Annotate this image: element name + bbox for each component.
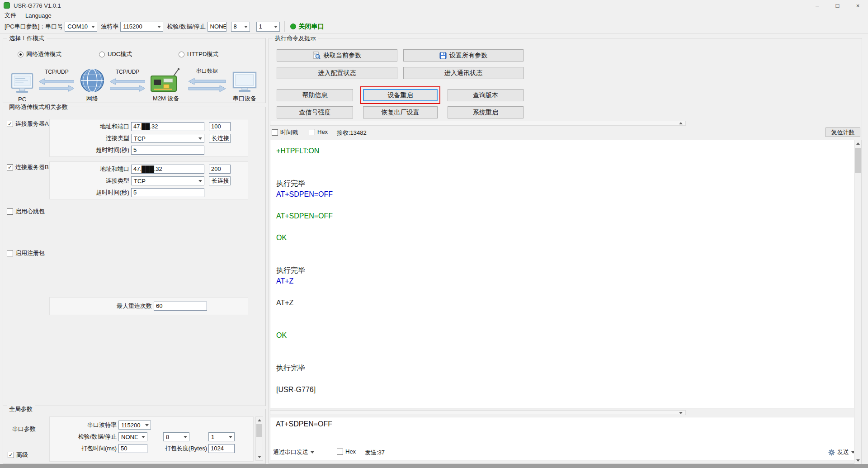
checkbox-label: Hex — [317, 128, 328, 135]
send-hex-checkbox[interactable]: Hex — [337, 448, 356, 455]
serial-data-bits-select[interactable]: 8 — [163, 432, 189, 441]
log-line: OK — [276, 232, 855, 243]
sent-count: 发送:37 — [365, 449, 385, 457]
log-area[interactable]: +HTPFLT:ON 执行完毕AT+SDPEN=OFF AT+SDPEN=OFF… — [270, 140, 856, 408]
server-a-conn-type-select[interactable]: TCP — [131, 134, 204, 143]
diagram-node-pc: PC — [10, 73, 34, 103]
baud-select[interactable]: 115200 — [120, 22, 163, 32]
server-b-port-input[interactable]: 200 — [209, 165, 231, 174]
send-input[interactable]: AT+SDPEN=OFF — [270, 417, 856, 460]
radio-udc-mode[interactable]: UDC模式 — [99, 50, 132, 58]
server-b-checkbox[interactable]: 连接服务器B — [7, 163, 49, 171]
device-restart-button[interactable]: 设备重启 — [363, 89, 438, 101]
checkbox-label: Hex — [345, 448, 356, 455]
scroll-down-icon[interactable] — [256, 454, 263, 460]
button-label: 查信号强度 — [299, 109, 331, 117]
serial-parity-select[interactable]: NONE — [118, 432, 147, 441]
query-version-button[interactable]: 查询版本 — [448, 89, 524, 101]
collapse-up-icon[interactable] — [679, 122, 683, 124]
scroll-up-icon[interactable] — [256, 417, 263, 424]
server-b-conn-type-select[interactable]: TCP — [131, 176, 204, 185]
log-line — [276, 200, 855, 211]
minimize-button[interactable]: – — [807, 0, 827, 11]
log-hscrollbar-top[interactable] — [270, 121, 686, 126]
help-info-button[interactable]: 帮助信息 — [277, 89, 353, 101]
close-serial-button[interactable]: 关闭串口 — [299, 23, 324, 31]
register-pack-checkbox[interactable]: 启用注册包 — [7, 249, 45, 257]
log-line: [USR-G776] — [276, 384, 855, 395]
radio-httpd-mode[interactable]: HTTPD模式 — [179, 50, 218, 58]
send-button[interactable]: 发送 — [828, 447, 855, 457]
set-params-button[interactable]: 设置所有参数 — [403, 49, 524, 61]
diagram-link-3: 串口数据 — [187, 67, 227, 103]
server-b-conn-mode-select[interactable]: 长连接 — [209, 176, 231, 185]
pack-time-input[interactable]: 50 — [118, 444, 147, 453]
checkbox-box-icon — [272, 129, 278, 136]
button-label: 获取当前参数 — [323, 52, 361, 60]
scrollbar-thumb[interactable] — [256, 424, 262, 437]
serial-params-label: 串口参数 — [12, 425, 41, 434]
enter-config-button[interactable]: 进入配置状态 — [277, 67, 397, 79]
menu-language[interactable]: Language — [25, 12, 52, 19]
maximize-button[interactable]: □ — [827, 0, 848, 11]
factory-reset-button[interactable]: 恢复出厂设置 — [363, 106, 438, 118]
serial-baud-select[interactable]: 115200 — [118, 421, 151, 430]
globe-icon — [80, 68, 105, 93]
parity-select[interactable]: NONE — [208, 22, 226, 32]
stop-bits-select[interactable]: 1 — [256, 22, 280, 32]
server-b-timeout-input[interactable]: 5 — [131, 188, 204, 197]
serial-stop-bits-select[interactable]: 1 — [208, 432, 235, 441]
max-reconnect-input[interactable]: 60 — [154, 302, 207, 311]
pack-len-input[interactable]: 1024 — [208, 444, 235, 453]
chevron-down-icon — [157, 26, 161, 28]
diagram-node-network: 网络 — [80, 68, 105, 103]
com-port-select[interactable]: COM10 — [65, 22, 97, 32]
bidirectional-arrow-icon — [187, 78, 227, 92]
log-line: OK — [276, 330, 855, 341]
get-params-button[interactable]: 获取当前参数 — [277, 49, 397, 61]
chevron-down-icon — [198, 137, 202, 140]
server-a-conn-mode-select[interactable]: 长连接 — [209, 134, 231, 143]
server-b-panel: 地址和端口 47.███.32 200 连接类型 TCP 长连接 超时时间(秒)… — [49, 161, 248, 199]
heartbeat-checkbox[interactable]: 启用心跳包 — [7, 208, 45, 216]
chevron-down-icon — [145, 424, 149, 426]
log-line: 执行完毕 — [276, 178, 855, 189]
server-a-address-input[interactable]: 47.██.32 — [131, 122, 204, 131]
system-restart-button[interactable]: 系统重启 — [448, 106, 524, 118]
server-b-address-input[interactable]: 47.███.32 — [131, 165, 204, 174]
send-via-serial-dropdown[interactable]: 通过串口发送 — [273, 447, 314, 457]
advanced-checkbox[interactable]: 高级 — [8, 451, 28, 459]
close-button[interactable]: × — [848, 0, 868, 11]
timeout-label: 超时时间(秒) — [52, 146, 129, 155]
server-a-timeout-input[interactable]: 5 — [131, 146, 204, 155]
chevron-down-icon — [225, 180, 228, 182]
reset-count-button[interactable]: 复位计数 — [826, 128, 860, 137]
data-bits-select[interactable]: 8 — [231, 22, 250, 32]
serial-stop-bits-value: 1 — [211, 434, 214, 440]
log-hex-checkbox[interactable]: Hex — [309, 128, 328, 135]
diagram-link-1: TCP/UDP — [39, 69, 74, 103]
diagram-node-label: PC — [18, 96, 26, 103]
checkbox-box-icon — [8, 452, 14, 458]
addr-port-label: 地址和端口 — [52, 165, 129, 174]
global-params-scrollbar[interactable] — [255, 416, 263, 461]
parity-label: 检验/数据/停止 — [167, 23, 205, 31]
button-label: 复位计数 — [831, 128, 855, 137]
scrollbar-thumb[interactable] — [855, 148, 861, 173]
scroll-up-icon[interactable] — [854, 140, 861, 147]
collapse-down-icon[interactable] — [679, 412, 683, 414]
menu-file[interactable]: 文件 — [5, 11, 16, 19]
server-a-checkbox[interactable]: 连接服务器A — [7, 120, 49, 128]
query-signal-button[interactable]: 查信号强度 — [277, 106, 353, 118]
window-controls: – □ × — [807, 0, 868, 11]
enter-comm-button[interactable]: 进入通讯状态 — [403, 67, 524, 79]
scroll-down-icon[interactable] — [854, 457, 861, 464]
timestamp-checkbox[interactable]: 时间戳 — [272, 128, 298, 137]
com-port-value: COM10 — [67, 23, 88, 30]
log-vscrollbar[interactable] — [854, 140, 862, 464]
log-line: AT+SDPEN=OFF — [276, 211, 855, 222]
log-hscrollbar-bottom[interactable] — [270, 410, 686, 415]
window-bottom-edge — [0, 464, 868, 468]
radio-net-transparent-mode[interactable]: 网络透传模式 — [18, 50, 61, 58]
server-a-port-input[interactable]: 100 — [209, 122, 231, 131]
